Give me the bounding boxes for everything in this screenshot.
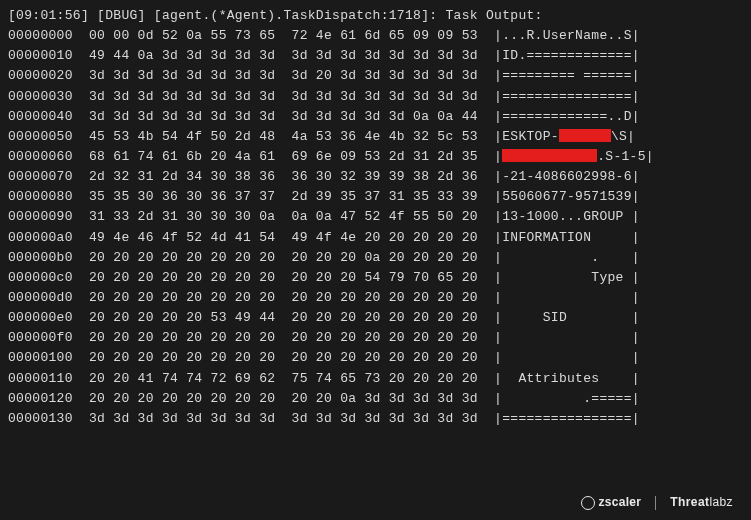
hex-row: 00000060 68 61 74 61 6b 20 4a 61 69 6e 0… [8,147,743,167]
hex-dump: 00000000 00 00 0d 52 0a 55 73 65 72 4e 6… [8,26,743,429]
ascii: | | [494,288,640,308]
hex-row: 00000090 31 33 2d 31 30 30 30 0a 0a 0a 4… [8,207,743,227]
offset: 00000070 [8,167,89,187]
hex-row: 00000020 3d 3d 3d 3d 3d 3d 3d 3d 3d 20 3… [8,66,743,86]
ascii: |================| [494,409,640,429]
hex-bytes: 20 20 20 20 20 20 20 20 20 20 20 20 20 2… [89,288,478,308]
hex-row: 00000070 2d 32 31 2d 34 30 38 36 36 30 3… [8,167,743,187]
offset: 00000050 [8,127,89,147]
offset: 000000a0 [8,228,89,248]
ascii: | . | [494,248,640,268]
hex-bytes: 49 4e 46 4f 52 4d 41 54 49 4f 4e 20 20 2… [89,228,478,248]
offset: 00000040 [8,107,89,127]
hex-row: 00000130 3d 3d 3d 3d 3d 3d 3d 3d 3d 3d 3… [8,409,743,429]
ascii: |-21-4086602998-6| [494,167,640,187]
ascii: |55060677-9571539| [494,187,640,207]
divider-icon [655,496,656,510]
zscaler-brand: zscaler [598,493,641,512]
hex-row: 00000120 20 20 20 20 20 20 20 20 20 20 0… [8,389,743,409]
hex-row: 000000a0 49 4e 46 4f 52 4d 41 54 49 4f 4… [8,228,743,248]
hex-bytes: 68 61 74 61 6b 20 4a 61 69 6e 09 53 2d 3… [89,147,478,167]
hex-bytes: 3d 3d 3d 3d 3d 3d 3d 3d 3d 3d 3d 3d 3d 3… [89,409,478,429]
hex-bytes: 20 20 20 20 20 20 20 20 20 20 20 20 20 2… [89,328,478,348]
hex-row: 000000c0 20 20 20 20 20 20 20 20 20 20 2… [8,268,743,288]
redaction [502,149,597,161]
ascii: |INFORMATION | [494,228,640,248]
offset: 00000080 [8,187,89,207]
offset: 00000090 [8,207,89,227]
offset: 00000130 [8,409,89,429]
hex-row: 00000000 00 00 0d 52 0a 55 73 65 72 4e 6… [8,26,743,46]
hex-row: 00000040 3d 3d 3d 3d 3d 3d 3d 3d 3d 3d 3… [8,107,743,127]
hex-bytes: 3d 3d 3d 3d 3d 3d 3d 3d 3d 3d 3d 3d 3d 3… [89,87,478,107]
offset: 00000060 [8,147,89,167]
watermark: zscaler Threatlabz [581,493,733,512]
offset: 00000100 [8,348,89,368]
offset: 000000d0 [8,288,89,308]
offset: 000000b0 [8,248,89,268]
hex-bytes: 20 20 20 20 20 53 49 44 20 20 20 20 20 2… [89,308,478,328]
hex-bytes: 2d 32 31 2d 34 30 38 36 36 30 32 39 39 3… [89,167,478,187]
hex-bytes: 20 20 20 20 20 20 20 20 20 20 0a 3d 3d 3… [89,389,478,409]
hex-bytes: 31 33 2d 31 30 30 30 0a 0a 0a 47 52 4f 5… [89,207,478,227]
hex-bytes: 49 44 0a 3d 3d 3d 3d 3d 3d 3d 3d 3d 3d 3… [89,46,478,66]
hex-bytes: 45 53 4b 54 4f 50 2d 48 4a 53 36 4e 4b 3… [89,127,478,147]
hex-row: 000000e0 20 20 20 20 20 53 49 44 20 20 2… [8,308,743,328]
offset: 000000c0 [8,268,89,288]
ascii: | | [494,328,640,348]
ascii: |...R.UserName..S| [494,26,640,46]
log-header: [09:01:56] [DBUG] [agent.(*Agent).TaskDi… [8,6,743,26]
hex-bytes: 3d 3d 3d 3d 3d 3d 3d 3d 3d 3d 3d 3d 3d 0… [89,107,478,127]
hex-row: 00000050 45 53 4b 54 4f 50 2d 48 4a 53 3… [8,127,743,147]
ascii: |ID.=============| [494,46,640,66]
ascii: | | [494,348,640,368]
ascii: |=============..D| [494,107,640,127]
hex-bytes: 3d 3d 3d 3d 3d 3d 3d 3d 3d 20 3d 3d 3d 3… [89,66,478,86]
ascii: | .=====| [494,389,640,409]
hex-bytes: 35 35 30 36 30 36 37 37 2d 39 35 37 31 3… [89,187,478,207]
ascii: |.S-1-5| [494,147,654,167]
hex-bytes: 00 00 0d 52 0a 55 73 65 72 4e 61 6d 65 0… [89,26,478,46]
ascii: |================| [494,87,640,107]
zscaler-icon [581,496,595,510]
offset: 00000110 [8,369,89,389]
hex-row: 00000100 20 20 20 20 20 20 20 20 20 20 2… [8,348,743,368]
redaction [559,129,611,141]
offset: 000000e0 [8,308,89,328]
ascii: | Type | [494,268,640,288]
hex-bytes: 20 20 41 74 74 72 69 62 75 74 65 73 20 2… [89,369,478,389]
hex-row: 000000f0 20 20 20 20 20 20 20 20 20 20 2… [8,328,743,348]
offset: 00000000 [8,26,89,46]
ascii: | SID | [494,308,640,328]
hex-bytes: 20 20 20 20 20 20 20 20 20 20 20 0a 20 2… [89,248,478,268]
hex-bytes: 20 20 20 20 20 20 20 20 20 20 20 20 20 2… [89,348,478,368]
offset: 00000010 [8,46,89,66]
offset: 00000020 [8,66,89,86]
hex-row: 00000030 3d 3d 3d 3d 3d 3d 3d 3d 3d 3d 3… [8,87,743,107]
hex-row: 000000d0 20 20 20 20 20 20 20 20 20 20 2… [8,288,743,308]
offset: 00000120 [8,389,89,409]
hex-row: 00000080 35 35 30 36 30 36 37 37 2d 39 3… [8,187,743,207]
ascii: |ESKTOP-\S| [494,127,635,147]
hex-row: 00000110 20 20 41 74 74 72 69 62 75 74 6… [8,369,743,389]
offset: 000000f0 [8,328,89,348]
threatlabz-brand: Threatlabz [670,493,733,512]
offset: 00000030 [8,87,89,107]
hex-row: 00000010 49 44 0a 3d 3d 3d 3d 3d 3d 3d 3… [8,46,743,66]
ascii: |========= ======| [494,66,640,86]
hex-row: 000000b0 20 20 20 20 20 20 20 20 20 20 2… [8,248,743,268]
hex-bytes: 20 20 20 20 20 20 20 20 20 20 20 54 79 7… [89,268,478,288]
ascii: | Attributes | [494,369,640,389]
ascii: |13-1000...GROUP | [494,207,640,227]
